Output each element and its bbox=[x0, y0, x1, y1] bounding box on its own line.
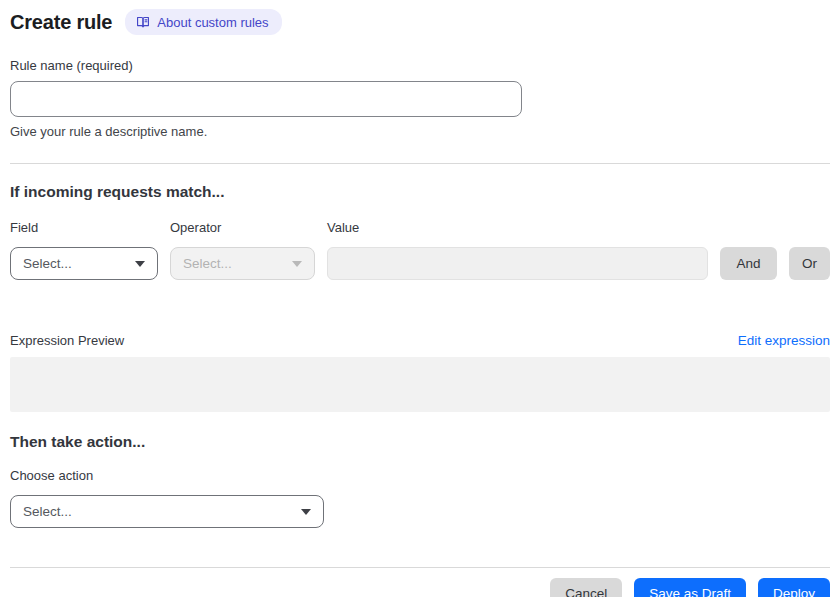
and-button[interactable]: And bbox=[720, 247, 777, 280]
value-column: Value bbox=[327, 220, 708, 280]
choose-action-placeholder: Select... bbox=[23, 504, 72, 519]
match-section-heading: If incoming requests match... bbox=[10, 183, 830, 201]
operator-select[interactable]: Select... bbox=[170, 247, 315, 280]
field-label: Field bbox=[10, 220, 158, 235]
about-custom-rules-badge[interactable]: About custom rules bbox=[125, 9, 281, 35]
section-divider bbox=[10, 163, 830, 164]
edit-expression-link[interactable]: Edit expression bbox=[738, 333, 830, 348]
chevron-down-icon bbox=[135, 261, 145, 267]
rule-name-label: Rule name (required) bbox=[10, 58, 830, 73]
action-section-heading: Then take action... bbox=[10, 433, 830, 451]
operator-column: Operator Select... bbox=[170, 220, 315, 280]
cancel-button[interactable]: Cancel bbox=[550, 578, 622, 597]
expression-preview-label: Expression Preview bbox=[10, 333, 124, 348]
choose-action-select[interactable]: Select... bbox=[10, 495, 324, 528]
field-select-placeholder: Select... bbox=[23, 256, 72, 271]
match-builder-row: Field Select... Operator Select... Value… bbox=[10, 220, 830, 280]
chevron-down-icon bbox=[301, 509, 311, 515]
operator-select-placeholder: Select... bbox=[183, 256, 232, 271]
footer-divider bbox=[10, 567, 830, 568]
choose-action-label: Choose action bbox=[10, 468, 830, 483]
expression-preview-box bbox=[10, 357, 830, 412]
operator-label: Operator bbox=[170, 220, 315, 235]
chevron-down-icon bbox=[292, 261, 302, 267]
expression-header-row: Expression Preview Edit expression bbox=[10, 333, 830, 348]
header: Create rule About custom rules bbox=[10, 9, 830, 35]
field-select[interactable]: Select... bbox=[10, 247, 158, 280]
rule-name-helper: Give your rule a descriptive name. bbox=[10, 124, 830, 139]
value-label: Value bbox=[327, 220, 708, 235]
deploy-button[interactable]: Deploy bbox=[758, 578, 830, 597]
value-input[interactable] bbox=[327, 247, 708, 280]
footer-actions: Cancel Save as Draft Deploy bbox=[10, 578, 830, 597]
save-as-draft-button[interactable]: Save as Draft bbox=[634, 578, 746, 597]
field-column: Field Select... bbox=[10, 220, 158, 280]
page-title: Create rule bbox=[10, 11, 112, 34]
create-rule-form: Create rule About custom rules Rule name… bbox=[0, 0, 839, 597]
rule-name-input[interactable] bbox=[10, 81, 522, 117]
badge-label: About custom rules bbox=[157, 16, 268, 29]
or-button[interactable]: Or bbox=[789, 247, 830, 280]
book-icon bbox=[136, 15, 150, 29]
